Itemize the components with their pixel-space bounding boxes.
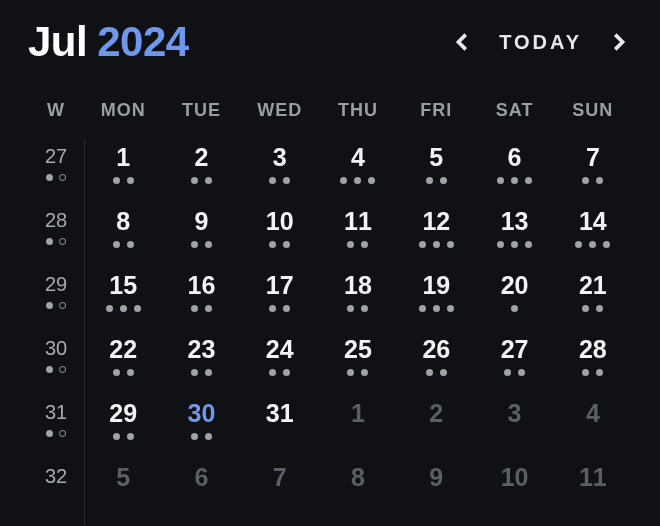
dot-icon	[191, 177, 198, 184]
day-cell[interactable]: 29	[84, 395, 162, 459]
dot-icon	[59, 174, 66, 181]
week-number: 30	[28, 337, 84, 360]
dot-icon	[511, 177, 518, 184]
weekday-header: MON	[84, 100, 162, 139]
day-cell[interactable]: 15	[84, 267, 162, 331]
weekday-header: WED	[241, 100, 319, 139]
day-cell[interactable]: 27	[475, 331, 553, 395]
event-indicator-dots	[475, 177, 553, 187]
day-cell[interactable]: 6	[162, 459, 240, 523]
dot-icon	[127, 177, 134, 184]
week-indicator-dots	[28, 174, 84, 181]
day-cell[interactable]: 12	[397, 203, 475, 267]
dot-icon	[205, 305, 212, 312]
today-button[interactable]: TODAY	[499, 31, 582, 54]
event-indicator-dots	[475, 497, 553, 507]
day-cell[interactable]: 13	[475, 203, 553, 267]
next-month-button[interactable]	[604, 28, 632, 56]
event-indicator-dots	[554, 241, 632, 251]
day-number: 27	[475, 335, 553, 364]
day-cell[interactable]: 4	[554, 395, 632, 459]
dot-icon	[582, 369, 589, 376]
dot-icon	[59, 430, 66, 437]
day-cell[interactable]: 25	[319, 331, 397, 395]
day-cell[interactable]: 7	[241, 459, 319, 523]
day-cell[interactable]: 5	[397, 139, 475, 203]
dot-icon	[134, 305, 141, 312]
day-cell[interactable]: 1	[84, 139, 162, 203]
day-cell[interactable]: 19	[397, 267, 475, 331]
week-number-cell[interactable]: 31	[28, 395, 84, 459]
day-cell[interactable]: 31	[241, 395, 319, 459]
day-cell[interactable]: 30	[162, 395, 240, 459]
day-cell[interactable]: 2	[162, 139, 240, 203]
dot-icon	[127, 433, 134, 440]
day-number: 23	[162, 335, 240, 364]
dot-icon	[347, 241, 354, 248]
day-cell[interactable]: 11	[319, 203, 397, 267]
month-year-title: Jul 2024	[28, 18, 189, 66]
day-cell[interactable]: 21	[554, 267, 632, 331]
event-indicator-dots	[162, 433, 240, 443]
week-indicator-dots	[28, 430, 84, 437]
day-cell[interactable]: 9	[162, 203, 240, 267]
dot-icon	[113, 433, 120, 440]
day-cell[interactable]: 20	[475, 267, 553, 331]
dot-icon	[340, 177, 347, 184]
day-cell[interactable]: 3	[475, 395, 553, 459]
dot-icon	[347, 369, 354, 376]
day-cell[interactable]: 10	[475, 459, 553, 523]
day-cell[interactable]: 24	[241, 331, 319, 395]
week-number-cell[interactable]: 27	[28, 139, 84, 203]
day-cell[interactable]: 22	[84, 331, 162, 395]
event-indicator-dots	[397, 497, 475, 507]
dot-icon	[433, 305, 440, 312]
week-number-cell[interactable]: 30	[28, 331, 84, 395]
event-indicator-dots	[84, 369, 162, 379]
event-indicator-dots	[319, 241, 397, 251]
calendar-grid: WMONTUEWEDTHUFRISATSUN271234567288910111…	[28, 100, 632, 523]
day-cell[interactable]: 26	[397, 331, 475, 395]
day-cell[interactable]: 3	[241, 139, 319, 203]
day-number: 18	[319, 271, 397, 300]
dot-icon	[46, 174, 53, 181]
day-cell[interactable]: 18	[319, 267, 397, 331]
week-number-cell[interactable]: 28	[28, 203, 84, 267]
day-cell[interactable]: 8	[319, 459, 397, 523]
dot-icon	[518, 369, 525, 376]
dot-icon	[205, 177, 212, 184]
day-cell[interactable]: 6	[475, 139, 553, 203]
event-indicator-dots	[84, 433, 162, 443]
day-cell[interactable]: 17	[241, 267, 319, 331]
dot-icon	[191, 433, 198, 440]
event-indicator-dots	[241, 305, 319, 315]
day-cell[interactable]: 2	[397, 395, 475, 459]
day-cell[interactable]: 4	[319, 139, 397, 203]
dot-icon	[440, 369, 447, 376]
dot-icon	[440, 177, 447, 184]
day-cell[interactable]: 5	[84, 459, 162, 523]
event-indicator-dots	[554, 305, 632, 315]
dot-icon	[589, 241, 596, 248]
dot-icon	[447, 305, 454, 312]
dot-icon	[361, 369, 368, 376]
day-cell[interactable]: 1	[319, 395, 397, 459]
day-cell[interactable]: 28	[554, 331, 632, 395]
day-cell[interactable]: 7	[554, 139, 632, 203]
week-number-cell[interactable]: 32	[28, 459, 84, 523]
dot-icon	[511, 241, 518, 248]
day-number: 3	[241, 143, 319, 172]
day-cell[interactable]: 23	[162, 331, 240, 395]
day-cell[interactable]: 11	[554, 459, 632, 523]
day-cell[interactable]: 10	[241, 203, 319, 267]
event-indicator-dots	[162, 369, 240, 379]
week-number-cell[interactable]: 29	[28, 267, 84, 331]
day-cell[interactable]: 9	[397, 459, 475, 523]
prev-month-button[interactable]	[449, 28, 477, 56]
day-number: 6	[475, 143, 553, 172]
day-number: 1	[84, 143, 162, 172]
day-cell[interactable]: 8	[84, 203, 162, 267]
day-cell[interactable]: 14	[554, 203, 632, 267]
day-cell[interactable]: 16	[162, 267, 240, 331]
dot-icon	[447, 241, 454, 248]
